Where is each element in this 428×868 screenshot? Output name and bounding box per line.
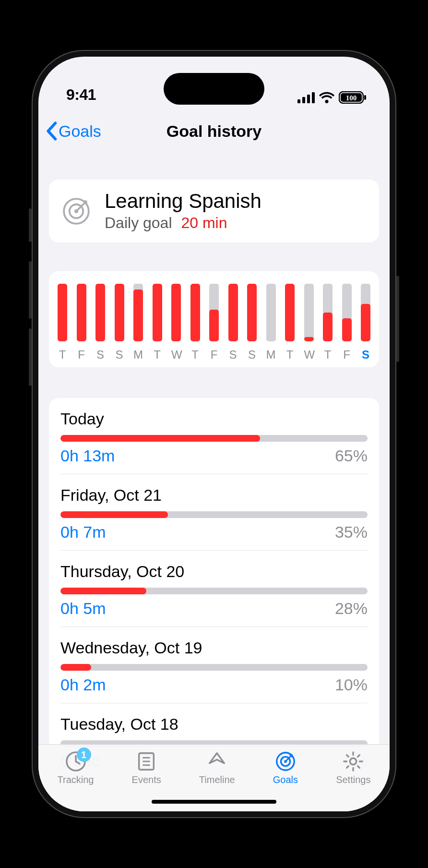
day-progress-fill	[60, 588, 146, 594]
chart-bar-label: T	[190, 348, 200, 362]
chart-bar[interactable]	[58, 284, 67, 341]
chart-bar[interactable]	[342, 284, 352, 341]
chart-bar[interactable]	[266, 284, 276, 341]
tab-label: Settings	[336, 774, 370, 785]
day-row[interactable]: Wednesday, Oct 190h 2m10%	[60, 627, 368, 703]
day-label: Friday, Oct 21	[60, 486, 368, 505]
day-label: Tuesday, Oct 18	[60, 715, 368, 734]
chart-bar-label: S	[228, 348, 238, 362]
day-duration: 0h 2m	[60, 675, 106, 694]
goal-target-value: 20 min	[181, 214, 227, 231]
list-icon	[135, 750, 157, 772]
target-icon	[274, 750, 297, 772]
chart-bar-label: T	[153, 348, 162, 362]
day-percent: 28%	[335, 599, 368, 618]
chart-bar-label: W	[171, 348, 181, 362]
goal-title: Learning Spanish	[105, 190, 262, 212]
chart-bar[interactable]	[361, 284, 370, 341]
chart-bar-label: W	[304, 348, 314, 362]
day-duration: 0h 13m	[60, 446, 115, 465]
chart-bar-label: S	[95, 348, 105, 362]
phone-frame: 9:41 100 Goals Goal history	[32, 50, 396, 818]
day-percent: 65%	[335, 446, 368, 465]
svg-text:100: 100	[346, 94, 357, 102]
gear-icon	[342, 750, 364, 772]
chart-bar[interactable]	[209, 284, 219, 341]
side-button	[29, 261, 32, 319]
tab-settings[interactable]: Settings	[336, 750, 370, 811]
side-button	[29, 208, 32, 242]
chart-bar[interactable]	[323, 284, 333, 341]
goal-subtitle: Daily goal 20 min	[105, 214, 262, 232]
tab-label: Events	[132, 774, 161, 785]
chart-bar-label: T	[58, 348, 67, 362]
goal-summary-card[interactable]: Learning Spanish Daily goal 20 min	[49, 180, 379, 242]
chart-bar[interactable]	[228, 284, 238, 341]
day-label: Today	[60, 410, 368, 428]
status-time: 9:41	[66, 86, 96, 104]
goal-subtitle-prefix: Daily goal	[105, 214, 172, 231]
chart-bar-label: S	[115, 348, 124, 362]
svg-rect-6	[364, 95, 366, 100]
chart-bar[interactable]	[247, 284, 257, 341]
chart-bar[interactable]	[115, 284, 124, 341]
day-row[interactable]: Thursday, Oct 200h 5m28%	[60, 551, 368, 627]
back-button[interactable]: Goals	[45, 121, 101, 141]
chart-bar-label: T	[285, 348, 295, 362]
side-button	[396, 276, 399, 362]
tab-tracking-badge: 1	[77, 747, 91, 762]
tab-label: Timeline	[199, 774, 235, 785]
chart-bar[interactable]	[171, 284, 181, 341]
wifi-icon	[319, 92, 335, 103]
nav-bar: Goals Goal history	[38, 109, 390, 153]
target-icon	[61, 196, 91, 226]
day-progress-fill	[60, 511, 168, 518]
chart-bar[interactable]	[95, 284, 105, 341]
chart-bar-label: M	[133, 348, 143, 362]
page-title: Goal history	[166, 122, 262, 141]
timeline-icon	[206, 750, 228, 772]
home-indicator[interactable]	[152, 800, 276, 804]
day-row[interactable]: Friday, Oct 210h 7m35%	[60, 474, 368, 551]
day-progress-track	[60, 588, 368, 594]
chart-bar-label: F	[209, 348, 219, 362]
svg-rect-0	[297, 99, 300, 103]
svg-rect-1	[302, 97, 305, 103]
day-duration: 0h 5m	[60, 599, 106, 618]
day-percent: 10%	[335, 675, 368, 694]
chart-bar[interactable]	[153, 284, 162, 341]
chart-bar[interactable]	[304, 284, 314, 341]
chart-bar[interactable]	[190, 284, 200, 341]
dynamic-island	[164, 73, 264, 105]
day-progress-track	[60, 435, 368, 442]
chevron-left-icon	[45, 121, 58, 141]
chart-bar-label: T	[323, 348, 333, 362]
chart-bar[interactable]	[77, 284, 86, 341]
battery-icon: 100	[339, 91, 367, 104]
tab-tracking[interactable]: 1 Tracking	[58, 750, 94, 811]
day-progress-fill	[60, 664, 91, 671]
side-button	[29, 328, 32, 386]
svg-rect-2	[307, 95, 310, 103]
day-row[interactable]: Today0h 13m65%	[60, 398, 368, 474]
day-progress-track	[60, 664, 368, 671]
tab-goals[interactable]: Goals	[273, 750, 298, 811]
day-label: Wednesday, Oct 19	[60, 639, 368, 657]
tab-label: Goals	[273, 774, 298, 785]
chart-bar[interactable]	[285, 284, 295, 341]
back-label: Goals	[59, 122, 101, 141]
chart-bar-label: M	[266, 348, 276, 362]
day-progress-track	[60, 511, 368, 518]
day-duration: 0h 7m	[60, 523, 106, 542]
chart-bar-label: F	[342, 348, 352, 362]
chart-bar[interactable]	[133, 284, 143, 341]
chart-bar-label: S	[361, 348, 370, 362]
history-chart-card: TFSSMTWTFSSMTWTFS	[49, 271, 379, 367]
svg-point-19	[350, 758, 357, 764]
day-progress-fill	[60, 435, 260, 442]
day-label: Thursday, Oct 20	[60, 562, 368, 581]
tab-label: Tracking	[58, 774, 94, 785]
chart-bar-label: F	[77, 348, 86, 362]
day-percent: 35%	[335, 523, 368, 542]
day-list[interactable]: Today0h 13m65%Friday, Oct 210h 7m35%Thur…	[49, 398, 379, 779]
